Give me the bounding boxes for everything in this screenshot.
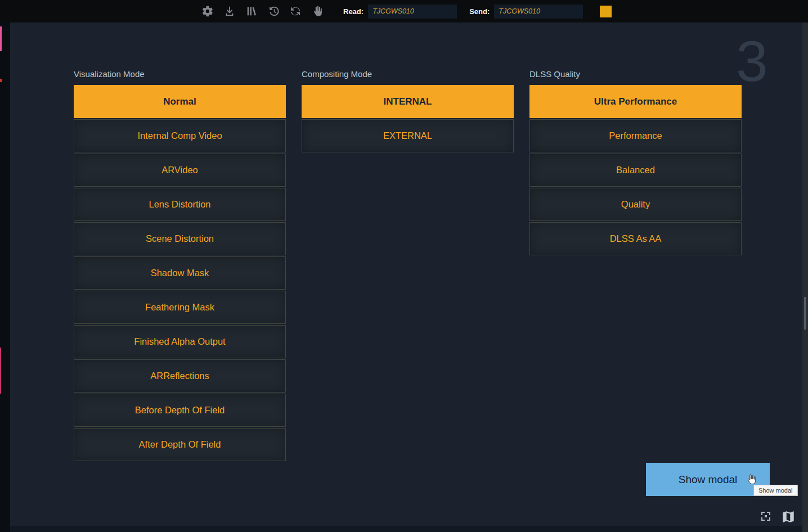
status-indicator [600,6,612,17]
edge-artifact [0,26,2,51]
option-columns: Visualization ModeNormalInternal Comp Vi… [74,69,742,462]
send-label: Send: [469,7,490,16]
option-button[interactable]: Shadow Mask [74,256,286,290]
option-button[interactable]: Lens Distortion [74,188,286,221]
read-input[interactable] [368,4,457,19]
edge-artifact [0,348,1,394]
option-button[interactable]: After Depth Of Field [74,428,286,461]
option-button[interactable]: Before Depth Of Field [74,394,286,427]
option-button[interactable]: Performance [529,119,742,152]
option-button[interactable]: ARReflections [74,359,286,393]
read-label: Read: [343,7,363,16]
window-left-edge [0,22,10,532]
option-button[interactable]: Normal [74,85,286,118]
history-icon[interactable] [267,5,280,17]
fullscreen-icon[interactable] [759,510,773,523]
group-label: Compositing Mode [302,69,514,80]
window-right-edge [802,22,808,532]
option-group-visualization-mode: Visualization ModeNormalInternal Comp Vi… [74,69,286,462]
library-icon[interactable] [245,5,258,17]
edge-artifact [0,79,2,82]
option-button[interactable]: Internal Comp Video [74,119,286,152]
hand-icon[interactable] [311,5,324,17]
map-icon[interactable] [781,510,794,523]
option-button[interactable]: DLSS As AA [529,222,742,255]
tooltip: Show modal [753,485,798,496]
send-input[interactable] [494,4,583,19]
option-group-dlss-quality: DLSS QualityUltra PerformancePerformance… [529,69,742,462]
main-panel: 3 Visualization ModeNormalInternal Comp … [0,22,808,532]
option-button[interactable]: Scene Distortion [74,222,286,255]
toolbar-icon-group [201,0,324,22]
download-icon[interactable] [223,5,236,17]
option-button[interactable]: Balanced [529,154,742,187]
refresh-icon[interactable] [289,5,302,17]
option-button[interactable]: Feathering Mask [74,291,286,324]
option-button[interactable]: EXTERNAL [302,119,514,152]
group-label: Visualization Mode [74,69,286,80]
option-group-compositing-mode: Compositing ModeINTERNALEXTERNAL [302,69,514,462]
corner-icon-group [759,510,794,523]
scrollbar-thumb[interactable] [804,297,806,330]
option-button[interactable]: Finished Alpha Output [74,325,286,358]
option-button[interactable]: INTERNAL [302,85,514,118]
option-button[interactable]: Ultra Performance [529,85,742,118]
window-bottom-edge [10,526,802,532]
option-button[interactable]: Quality [529,188,742,221]
toolbar: Read: Send: [0,0,808,22]
group-label: DLSS Quality [529,69,742,80]
show-modal-button[interactable]: Show modal [646,463,770,496]
gear-icon[interactable] [201,5,214,17]
option-button[interactable]: ARVideo [74,154,286,187]
io-field-group: Read: Send: [343,0,612,22]
